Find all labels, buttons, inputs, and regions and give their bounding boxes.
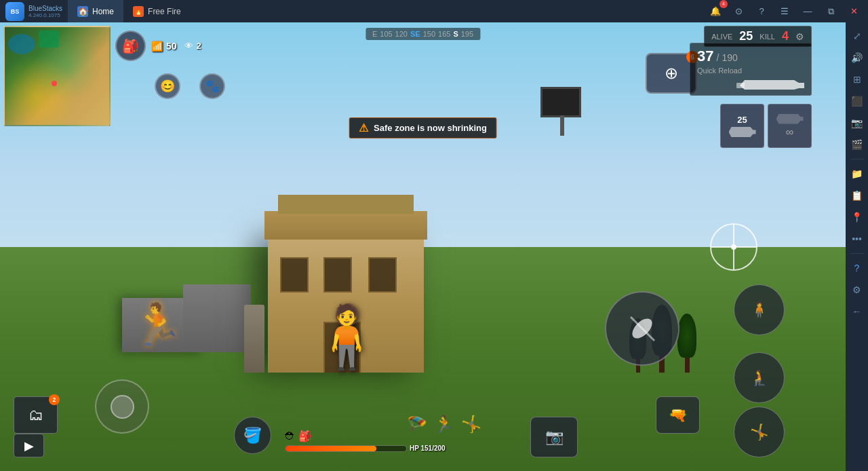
minimize-button[interactable]: — [797,2,818,21]
signal-count: 50 [166,41,177,52]
alive-label: ALIVE [711,33,732,41]
sec-weapon-2-count: ∞ [786,126,793,138]
silo [244,305,264,373]
bluestacks-info: BlueStacks 4.240.0.1075 [28,5,62,18]
movement-joystick[interactable] [95,379,149,434]
secondary-weapons: 25 ∞ [720,104,812,148]
emote-paw-btn[interactable]: 🐾 [199,73,225,99]
hp-bar [285,445,407,452]
enemy-silhouette: 🏃 [132,301,183,349]
weapon-silhouette-icon [736,77,804,91]
inventory-button[interactable]: 🗂 2 [14,396,58,434]
sec-weapon-2-icon [776,114,804,124]
prone-button[interactable]: 🧍 [734,284,785,335]
bg-structure-2 [183,284,251,352]
bluestacks-version: 4.240.0.1075 [28,12,62,18]
bag-icon: 🎒 [298,430,312,442]
tab-freefire[interactable]: 🔥 Free Fire [123,0,191,22]
backpack-area: 🎒 📶 50 👁 2 [115,31,201,61]
hud-settings-btn[interactable]: ⚙ [795,31,804,42]
svg-rect-0 [736,83,745,88]
sidebar-clipboard-btn[interactable]: 📋 [848,186,867,205]
sec-weapon-1-count: 25 [737,115,747,125]
pickup-icon: 🪣 [243,427,262,445]
minimap[interactable] [3,26,111,126]
kill-count: 4 [782,29,789,43]
weapon-icon-area [697,77,804,91]
hp-text: HP 151/200 [410,445,446,452]
restore-button[interactable]: ⧉ [821,2,841,21]
safe-zone-warning: ⚠ Safe zone is now shrinking [349,117,497,138]
prone-icon: 🧍 [750,301,768,319]
sec-weapon-1-icon [729,127,756,137]
pickup-button[interactable]: 🪣 [234,417,271,454]
sidebar-location-btn[interactable]: 📍 [848,208,867,227]
ammo-current: 37 [697,48,713,65]
bluestacks-name: BlueStacks [28,5,62,12]
emote-area: 😊 🐾 [155,73,225,99]
billboard [540,87,581,117]
jump-button[interactable]: 🤸 [734,407,785,457]
fire-button[interactable] [605,291,679,366]
sidebar-more-btn[interactable]: ••• [848,229,867,248]
watch-count: 2 [197,41,201,51]
gear-row: ⛑ 🎒 [285,430,446,442]
sidebar-expand-btn[interactable]: ⤢ [848,26,867,45]
run-button[interactable]: ▶ [14,434,44,457]
right-sidebar: ⤢ 🔊 ⊞ ⬛ 📷 🎬 📁 📋 📍 ••• ? ⚙ ← [846,22,868,471]
weapon-name: Quick Reload [697,67,804,75]
game-area: 🧍 🏃 🎒 📶 50 👁 2 😊 🐾 E 105 120 SE 150 165 … [0,22,846,471]
inventory-count: 2 [49,394,60,405]
jump-icon: 🤸 [750,423,768,441]
warning-icon: ⚠ [359,121,368,134]
swim-icon: 🤸 [461,415,481,434]
arrow-icon: ▶ [24,438,34,453]
bluestacks-logo: BS BlueStacks 4.240.0.1075 [0,2,68,21]
health-kit[interactable]: 6 ⊕ [646,53,696,94]
joystick-inner [111,395,134,419]
sidebar-files-btn[interactable]: 📁 [848,164,867,183]
menu-button[interactable]: ☰ [774,2,795,21]
record-button[interactable]: 📷 [530,417,578,457]
home-tab-icon: 🏠 [77,6,88,17]
home-tab-label: Home [92,7,114,16]
sidebar-back-btn[interactable]: ← [848,302,867,321]
ammo-total: 190 [722,52,737,63]
ff-tab-label: Free Fire [148,7,181,16]
backpack-icon[interactable]: 🎒 [115,31,146,61]
sidebar-help-btn[interactable]: ? [848,259,867,278]
sidebar-volume-btn[interactable]: 🔊 [848,48,867,67]
bluestacks-icon: BS [5,2,24,21]
sidebar-video-btn[interactable]: 🎬 [848,135,867,154]
shoot-weapon-button[interactable]: 🔫 [656,396,700,434]
ff-tab-icon: 🔥 [133,6,144,17]
secondary-weapon-1[interactable]: 25 [720,104,764,148]
helmet-icon: ⛑ [285,430,296,442]
sidebar-macro-btn[interactable]: ⬛ [848,92,867,111]
sidebar-divider-2 [850,253,864,254]
sidebar-screenshot-btn[interactable]: 📷 [848,113,867,132]
sidebar-multiinstance-btn[interactable]: ⊞ [848,70,867,89]
close-button[interactable]: ✕ [844,2,864,21]
player-character: 🧍 [309,301,384,373]
kit-icon: ⊕ [665,64,678,83]
notification-button[interactable]: 🔔 4 [705,2,726,21]
crouch-button[interactable]: 🧎 [734,352,785,403]
hp-area: ⛑ 🎒 HP 151/200 [285,430,446,452]
titlebar-controls: 🔔 4 ⊙ ? ☰ — ⧉ ✕ [705,2,868,21]
help-button[interactable]: ? [751,2,772,21]
secondary-weapon-2[interactable]: ∞ [768,104,812,148]
crouch-icon: 🧎 [750,369,768,387]
alive-count: 25 [739,29,753,43]
account-button[interactable]: ⊙ [728,2,749,21]
record-icon: 📷 [545,428,564,446]
emote-smile-btn[interactable]: 😊 [155,73,180,99]
tab-home[interactable]: 🏠 Home [68,0,123,22]
hp-bar-fill [285,446,376,451]
shoot-icon: 🔫 [669,407,687,424]
sidebar-divider-1 [850,159,864,159]
kill-label: KILL [760,33,775,41]
crosshair [710,223,757,271]
sidebar-settings-btn[interactable]: ⚙ [848,280,867,299]
safe-zone-text: Safe zone is now shrinking [374,123,487,133]
